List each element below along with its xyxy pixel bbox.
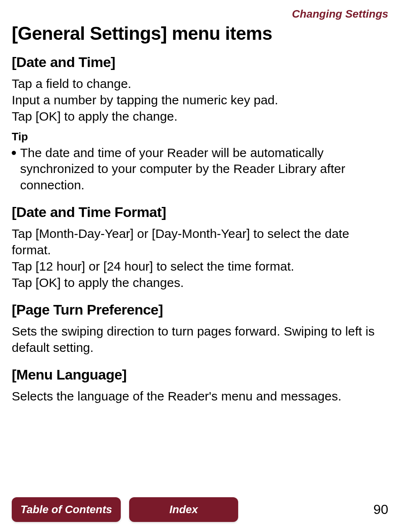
tip-bullet-item: The date and time of your Reader will be…	[12, 145, 388, 193]
section-heading-menu-language: [Menu Language]	[12, 367, 388, 383]
bullet-icon	[12, 151, 16, 155]
header-section-link[interactable]: Changing Settings	[12, 8, 388, 21]
tip-bullet-text: The date and time of your Reader will be…	[20, 145, 388, 193]
section-body-date-time: Tap a field to change.Input a number by …	[12, 75, 388, 124]
page-number: 90	[373, 502, 388, 517]
section-heading-page-turn: [Page Turn Preference]	[12, 302, 388, 318]
section-body-date-time-format: Tap [Month-Day-Year] or [Day-Month-Year]…	[12, 225, 388, 291]
section-heading-date-time-format: [Date and Time Format]	[12, 204, 388, 220]
tip-heading: Tip	[12, 130, 388, 143]
page-title: [General Settings] menu items	[12, 23, 388, 44]
section-body-menu-language: Selects the language of the Reader's men…	[12, 388, 388, 404]
index-button[interactable]: Index	[129, 497, 238, 522]
footer: Table of Contents Index 90	[12, 497, 388, 522]
section-body-page-turn: Sets the swiping direction to turn pages…	[12, 323, 388, 356]
section-heading-date-time: [Date and Time]	[12, 54, 388, 70]
toc-button[interactable]: Table of Contents	[12, 497, 121, 522]
